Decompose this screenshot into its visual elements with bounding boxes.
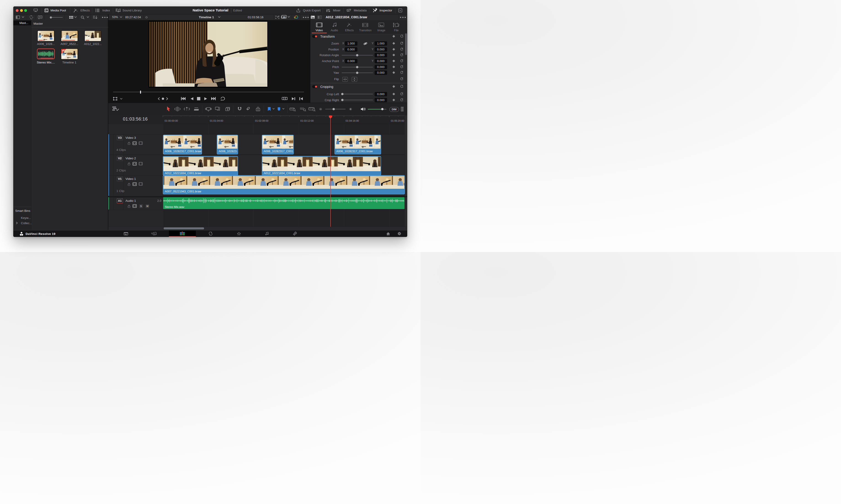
svg-text:HQ: HQ xyxy=(283,17,285,18)
svg-text:B: B xyxy=(348,10,349,12)
